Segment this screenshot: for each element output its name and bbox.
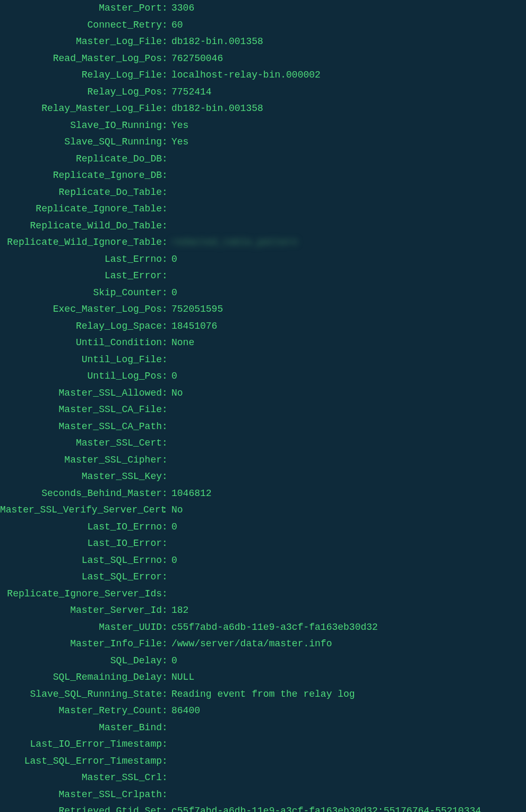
status-value: Yes — [171, 134, 526, 151]
status-row: Last_IO_Error: — [0, 535, 526, 552]
separator: : — [162, 636, 171, 653]
status-row: SQL_Delay: 0 — [0, 653, 526, 670]
status-value: 0 — [171, 285, 526, 302]
separator: : — [162, 134, 171, 151]
separator: : — [162, 100, 171, 117]
status-label: Master_Server_Id — [0, 602, 162, 619]
status-row: Read_Master_Log_Pos: 762750046 — [0, 50, 526, 67]
status-value: 7752414 — [171, 84, 526, 101]
status-label: Seconds_Behind_Master — [0, 485, 162, 502]
status-label: Slave_SQL_Running_State — [0, 686, 162, 703]
status-value: db182-bin.001358 — [171, 33, 526, 50]
status-value — [171, 167, 526, 184]
separator: : — [162, 385, 171, 402]
status-row: Until_Condition: None — [0, 335, 526, 352]
status-value — [171, 770, 526, 787]
status-row: Last_IO_Error_Timestamp: — [0, 736, 526, 753]
separator: : — [162, 167, 171, 184]
separator: : — [162, 535, 171, 552]
status-row: Exec_Master_Log_Pos: 752051595 — [0, 301, 526, 318]
separator: : — [162, 502, 171, 519]
separator: : — [162, 33, 171, 50]
status-row: Master_SSL_Cert: — [0, 435, 526, 452]
status-value: 182 — [171, 602, 526, 619]
status-row: Master_Info_File: /www/server/data/maste… — [0, 636, 526, 653]
status-value: 0 — [171, 519, 526, 536]
status-value: Reading event from the relay log — [171, 686, 526, 703]
separator: : — [162, 452, 171, 469]
status-row: Master_Retry_Count: 86400 — [0, 703, 526, 720]
status-label: Last_Errno — [0, 251, 162, 268]
status-row: Replicate_Wild_Ignore_Table: redacted_ta… — [0, 234, 526, 251]
status-value: 752051595 — [171, 301, 526, 318]
status-label: Last_SQL_Error_Timestamp — [0, 753, 162, 770]
status-value — [171, 352, 526, 369]
separator: : — [162, 736, 171, 753]
status-label: Skip_Counter — [0, 285, 162, 302]
status-value — [171, 268, 526, 285]
separator: : — [162, 552, 171, 569]
status-label: Master_SSL_Cert — [0, 435, 162, 452]
status-label: Relay_Log_File — [0, 67, 162, 84]
status-value: 0 — [171, 552, 526, 569]
status-row: Replicate_Ignore_Table: — [0, 201, 526, 218]
status-label: Replicate_Ignore_Server_Ids — [0, 586, 162, 603]
separator: : — [162, 151, 171, 168]
status-value — [171, 468, 526, 485]
status-value: 0 — [171, 251, 526, 268]
status-label: Master_SSL_CA_File — [0, 401, 162, 418]
separator: : — [162, 318, 171, 335]
separator: : — [162, 50, 171, 67]
status-row: Skip_Counter: 0 — [0, 285, 526, 302]
separator: : — [162, 586, 171, 603]
status-row: Connect_Retry: 60 — [0, 17, 526, 34]
status-label: Until_Log_File — [0, 352, 162, 369]
status-row: Until_Log_Pos: 0 — [0, 368, 526, 385]
status-label: Master_SSL_CA_Path — [0, 418, 162, 435]
status-label: Connect_Retry — [0, 17, 162, 34]
status-label: Read_Master_Log_Pos — [0, 50, 162, 67]
separator: : — [162, 285, 171, 302]
status-value: NULL — [171, 669, 526, 686]
status-label: Last_IO_Error_Timestamp — [0, 736, 162, 753]
separator: : — [162, 418, 171, 435]
status-row: Slave_SQL_Running: Yes — [0, 134, 526, 151]
slave-status-output: Master_Port: 3306Connect_Retry: 60Master… — [0, 0, 526, 812]
status-row: Master_Log_File: db182-bin.001358 — [0, 33, 526, 50]
status-value — [171, 736, 526, 753]
status-value: Yes — [171, 117, 526, 134]
status-label: Master_SSL_Crlpath — [0, 787, 162, 804]
status-value — [171, 569, 526, 586]
status-row: Last_IO_Errno: 0 — [0, 519, 526, 536]
status-row: Master_Server_Id: 182 — [0, 602, 526, 619]
separator: : — [162, 720, 171, 737]
separator: : — [162, 251, 171, 268]
status-row: Retrieved_Gtid_Set: c55f7abd-a6db-11e9-a… — [0, 803, 526, 812]
status-label: Retrieved_Gtid_Set — [0, 803, 162, 812]
status-value — [171, 184, 526, 201]
status-label: Master_Log_File — [0, 33, 162, 50]
status-value — [171, 452, 526, 469]
status-label: Last_IO_Errno — [0, 519, 162, 536]
status-label: Until_Condition — [0, 335, 162, 352]
separator: : — [162, 234, 171, 251]
status-row: Master_SSL_Key: — [0, 468, 526, 485]
status-row: Master_SSL_Allowed: No — [0, 385, 526, 402]
separator: : — [162, 653, 171, 670]
separator: : — [162, 67, 171, 84]
status-row: Slave_SQL_Running_State: Reading event f… — [0, 686, 526, 703]
separator: : — [162, 218, 171, 235]
status-label: Master_SSL_Cipher — [0, 452, 162, 469]
status-row: Master_SSL_Crlpath: — [0, 787, 526, 804]
status-row: Master_Bind: — [0, 720, 526, 737]
status-label: SQL_Delay — [0, 653, 162, 670]
status-label: Replicate_Wild_Do_Table — [0, 218, 162, 235]
status-label: Master_UUID — [0, 619, 162, 636]
status-row: Replicate_Ignore_Server_Ids: — [0, 586, 526, 603]
status-value: 86400 — [171, 703, 526, 720]
status-value: db182-bin.001358 — [171, 100, 526, 117]
status-value — [171, 753, 526, 770]
status-value: 762750046 — [171, 50, 526, 67]
separator: : — [162, 401, 171, 418]
status-row: Master_SSL_CA_Path: — [0, 418, 526, 435]
